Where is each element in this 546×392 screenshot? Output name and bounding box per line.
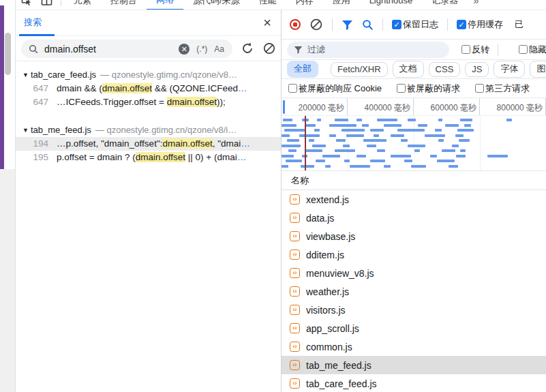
chip-图片[interactable]: 图片 xyxy=(530,61,546,78)
js-file-icon: ‹› xyxy=(290,323,300,333)
chip-文档[interactable]: 文档 xyxy=(393,61,424,78)
tab-网络[interactable]: 网络 xyxy=(147,0,183,10)
throttling-partial-label[interactable]: 已 xyxy=(515,18,524,31)
request-row-viewbase.js[interactable]: ‹›viewbase.js xyxy=(282,227,546,245)
overview-request-bar xyxy=(287,139,299,142)
request-row-menuview_v8.js[interactable]: ‹›menuview_v8.js xyxy=(282,264,546,282)
preserve-log-checkbox[interactable]: ✓ 保留日志 xyxy=(392,18,438,31)
blocked-filter-checkbox[interactable]: 被屏蔽的请求 xyxy=(397,82,460,95)
chip-CSS[interactable]: CSS xyxy=(429,62,461,77)
filter-funnel-icon[interactable] xyxy=(342,20,353,30)
search-tab-label[interactable]: 搜索 xyxy=(24,16,42,29)
clear-search-icon[interactable] xyxy=(262,42,276,55)
match-segment: dmain && ( xyxy=(57,83,102,93)
chip-全部[interactable]: 全部 xyxy=(287,61,318,78)
tab-Lighthouse[interactable]: Lighthouse xyxy=(360,0,423,10)
clear-query-icon[interactable]: ✕ xyxy=(179,44,189,55)
devtools-tabbar-inner: 元素控制台网络源代码/来源性能内存应用Lighthouse记录器 » xyxy=(16,0,485,10)
invert-filter-label: 反转 xyxy=(472,44,489,56)
blocked-filter-checkbox[interactable]: 被屏蔽的响应 Cookie xyxy=(288,82,382,95)
load-event-line xyxy=(305,116,306,171)
overview-request-bar xyxy=(309,139,314,142)
overview-request-bar xyxy=(384,124,401,127)
close-icon[interactable]: × xyxy=(259,14,275,31)
device-toolbar-icon[interactable] xyxy=(41,0,52,6)
request-name: common.js xyxy=(306,342,352,352)
more-tabs-icon[interactable]: » xyxy=(468,0,484,6)
request-row-weather.js[interactable]: ‹›weather.js xyxy=(282,282,546,301)
overview-gridline xyxy=(480,116,481,171)
request-row-visitors.js[interactable]: ‹›visitors.js xyxy=(282,301,546,319)
tab-元素[interactable]: 元素 xyxy=(64,0,101,10)
overview-request-bar xyxy=(377,149,385,152)
tab-应用[interactable]: 应用 xyxy=(323,0,360,10)
request-row-tab_me_feed.js[interactable]: ‹›tab_me_feed.js xyxy=(282,356,546,374)
invert-filter-checkbox[interactable]: 反转 xyxy=(461,44,489,56)
network-panel: ✓ 保留日志 ✓ 停用缓存 已 过滤 xyxy=(282,10,546,392)
chip-JS[interactable]: JS xyxy=(465,62,489,77)
clear-network-log-icon[interactable] xyxy=(309,18,323,31)
search-group-header[interactable]: ▼tab_me_feed.js— qzonestyle.gtimg.cn/qzo… xyxy=(16,123,281,137)
inspect-icon[interactable] xyxy=(21,0,32,6)
chip-字体[interactable]: 字体 xyxy=(494,61,525,78)
overview-request-bar xyxy=(367,145,376,147)
search-input[interactable]: dmain.offset ✕ (.*) Aa xyxy=(21,40,232,58)
page-scrollbar-thumb[interactable] xyxy=(5,33,11,75)
search-match-line[interactable]: 194…p.offset, "dmain_offset":dmain.offse… xyxy=(16,137,281,151)
overview-request-bar xyxy=(374,134,379,137)
request-row-data.js[interactable]: ‹›data.js xyxy=(282,209,546,227)
overview-request-bar xyxy=(397,129,425,132)
collapse-arrow-icon[interactable]: ▼ xyxy=(22,72,29,78)
overview-request-bar xyxy=(384,165,391,168)
tab-控制台[interactable]: 控制台 xyxy=(101,0,147,10)
search-result-group: ▼tab_care_feed.js— qzonestyle.gtimg.cn/q… xyxy=(16,68,281,109)
match-segment: … xyxy=(241,138,250,149)
request-name: app_scroll.js xyxy=(306,323,359,334)
request-row-dditem.js[interactable]: ‹›dditem.js xyxy=(282,245,546,264)
request-row-xextend.js[interactable]: ‹›xextend.js xyxy=(282,190,546,209)
page-behind-strip xyxy=(0,0,15,392)
overview-gridline xyxy=(414,116,414,171)
timeline-handle[interactable] xyxy=(283,100,285,114)
search-match-line[interactable]: 647dmain && (dmain.offset && (QZONE.ICFe… xyxy=(16,82,281,95)
search-toolbar: dmain.offset ✕ (.*) Aa xyxy=(16,36,281,61)
tab-性能[interactable]: 性能 xyxy=(249,0,286,10)
overview-request-bar xyxy=(445,124,459,127)
blocked-filter-checkbox[interactable]: 第三方请求 xyxy=(475,82,530,95)
tab-源代码/来源[interactable]: 源代码/来源 xyxy=(183,0,249,10)
match-segment: )); xyxy=(217,97,226,107)
refresh-search-icon[interactable] xyxy=(241,42,254,55)
request-row-tab_care_feed.js[interactable]: ‹›tab_care_feed.js xyxy=(282,374,546,392)
network-overview-waterfall[interactable] xyxy=(282,116,546,171)
hide-data-urls-checkbox[interactable]: 隐藏 xyxy=(519,44,546,56)
filter-input[interactable]: 过滤 xyxy=(287,42,449,58)
match-text: p.offset = dmain ? (dmain.offset || 0) +… xyxy=(57,151,246,164)
request-row-common.js[interactable]: ‹›common.js xyxy=(282,337,546,356)
chip-Fetch/XHR[interactable]: Fetch/XHR xyxy=(331,62,388,77)
match-case-toggle[interactable]: Aa xyxy=(214,44,224,54)
blocked-filter-label: 被屏蔽的响应 Cookie xyxy=(299,82,382,95)
hide-data-urls-label: 隐藏 xyxy=(529,44,546,56)
overview-request-bar xyxy=(306,149,322,152)
request-row-app_scroll.js[interactable]: ‹›app_scroll.js xyxy=(282,319,546,337)
preserve-log-label: 保留日志 xyxy=(403,18,438,31)
disable-cache-checkbox[interactable]: ✓ 停用缓存 xyxy=(457,18,503,31)
tab-记录器[interactable]: 记录器 xyxy=(422,0,468,10)
record-stop-icon[interactable] xyxy=(290,19,301,30)
search-match-line[interactable]: 647…ICFeeds.Trigger.offset = dmain.offse… xyxy=(16,95,281,109)
request-list: ‹›xextend.js‹›data.js‹›viewbase.js‹›ddit… xyxy=(282,190,546,392)
collapse-arrow-icon[interactable]: ▼ xyxy=(22,127,29,134)
regex-toggle[interactable]: (.*) xyxy=(196,44,207,54)
search-group-header[interactable]: ▼tab_care_feed.js— qzonestyle.gtimg.cn/q… xyxy=(16,68,281,82)
tab-内存[interactable]: 内存 xyxy=(286,0,323,10)
search-match-line[interactable]: 195p.offset = dmain ? (dmain.offset || 0… xyxy=(16,151,281,164)
overview-request-bar xyxy=(329,134,336,137)
overview-request-bar xyxy=(343,145,350,147)
overview-request-bar xyxy=(459,139,470,142)
timeline-tick: 600000 毫秒 xyxy=(414,98,480,115)
js-file-icon: ‹› xyxy=(290,213,300,223)
name-column-header[interactable]: 名称 xyxy=(282,171,546,190)
overview-request-bar xyxy=(344,160,350,162)
overview-request-bar xyxy=(317,119,321,121)
network-search-icon[interactable] xyxy=(362,19,374,31)
